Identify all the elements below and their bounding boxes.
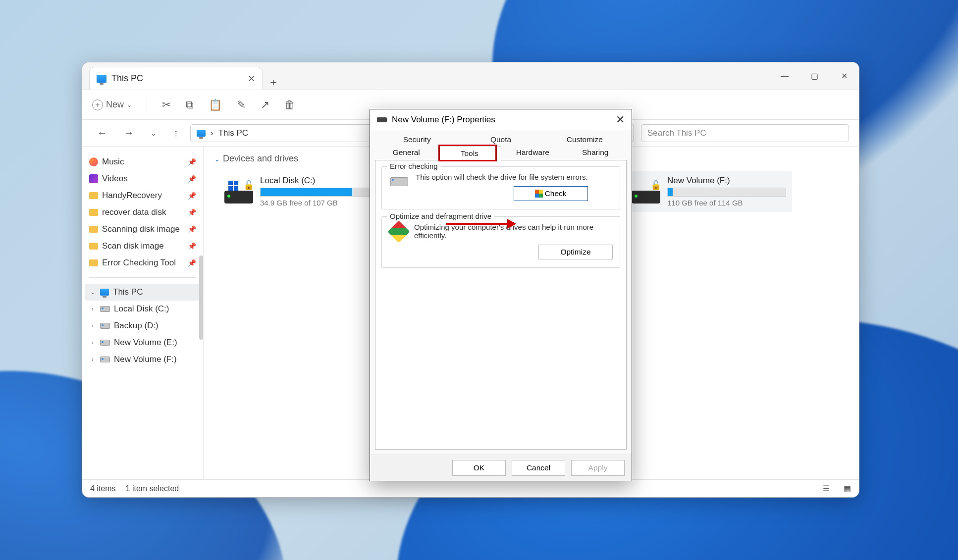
this-pc-icon bbox=[100, 289, 109, 296]
pin-icon[interactable]: 📌 bbox=[188, 158, 196, 166]
drive-card[interactable]: ✓🔓New Volume (F:)110 GB free of 114 GB bbox=[609, 171, 792, 212]
chevron-down-icon: ⌄ bbox=[127, 102, 132, 108]
drive-icon bbox=[100, 356, 110, 362]
forward-button[interactable]: → bbox=[119, 127, 139, 139]
drive-icon bbox=[100, 306, 110, 312]
defrag-icon bbox=[389, 223, 408, 241]
group-legend: Error checking bbox=[387, 162, 441, 170]
breadcrumb-sep: › bbox=[211, 128, 213, 138]
sidebar-item-this-pc[interactable]: This PC bbox=[85, 284, 200, 301]
sidebar-scrollbar[interactable] bbox=[199, 255, 203, 340]
folder-icon bbox=[89, 243, 98, 250]
sidebar-item-drive[interactable]: Backup (D:) bbox=[85, 317, 200, 334]
folder-icon bbox=[89, 192, 98, 199]
chevron-down-icon[interactable] bbox=[89, 289, 96, 296]
close-button[interactable]: ✕ bbox=[829, 62, 859, 90]
pin-icon[interactable]: 📌 bbox=[188, 242, 196, 250]
copy-icon[interactable]: ⧉ bbox=[186, 99, 194, 111]
sidebar-item-handyrecovery[interactable]: HandyRecovery📌 bbox=[85, 187, 200, 204]
sidebar-item-drive[interactable]: Local Disk (C:) bbox=[85, 301, 200, 317]
status-item-count: 4 items bbox=[90, 484, 116, 493]
chevron-down-icon bbox=[213, 156, 220, 163]
separator bbox=[89, 277, 196, 278]
tab-hardware[interactable]: Hardware bbox=[501, 146, 564, 160]
sidebar-item-videos[interactable]: Videos📌 bbox=[85, 170, 200, 187]
tabs-container: SecurityQuotaCustomize GeneralToolsHardw… bbox=[370, 130, 632, 160]
back-button[interactable]: ← bbox=[92, 127, 112, 139]
shield-icon bbox=[535, 190, 543, 198]
this-pc-icon bbox=[97, 75, 106, 83]
dialog-title: New Volume (F:) Properties bbox=[392, 115, 495, 125]
pin-icon[interactable]: 📌 bbox=[188, 225, 196, 233]
cut-icon[interactable]: ✂ bbox=[162, 99, 171, 111]
new-label: New bbox=[106, 100, 124, 110]
maximize-button[interactable]: ▢ bbox=[799, 62, 829, 90]
minimize-button[interactable]: — bbox=[770, 62, 799, 90]
tab-sharing[interactable]: Sharing bbox=[564, 146, 627, 160]
paste-icon[interactable]: 📋 bbox=[209, 99, 222, 111]
optimize-button[interactable]: Optimize bbox=[538, 245, 613, 259]
chevron-right-icon[interactable] bbox=[89, 305, 96, 312]
sidebar-item-scanning-disk-image[interactable]: Scanning disk image📌 bbox=[85, 221, 200, 238]
tab-quota[interactable]: Quota bbox=[459, 133, 542, 146]
recent-dropdown[interactable]: ⌄ bbox=[146, 129, 161, 137]
group-legend: Optimize and defragment drive bbox=[387, 212, 494, 220]
cancel-button[interactable]: Cancel bbox=[512, 460, 565, 476]
sidebar-item-recover-data-disk[interactable]: recover data disk📌 bbox=[85, 204, 200, 221]
search-input[interactable]: Search This PC bbox=[641, 124, 849, 142]
sidebar-item-label: New Volume (E:) bbox=[114, 338, 177, 348]
sidebar-item-scan-disk-image[interactable]: Scan disk image📌 bbox=[85, 238, 200, 255]
close-tab-icon[interactable]: ✕ bbox=[248, 73, 255, 84]
sidebar-item-label: Error Checking Tool bbox=[102, 258, 176, 268]
drive-usage-bar bbox=[667, 188, 786, 197]
delete-icon[interactable]: 🗑 bbox=[284, 99, 295, 111]
new-button[interactable]: + New ⌄ bbox=[92, 100, 132, 110]
pin-icon[interactable]: 📌 bbox=[188, 208, 196, 216]
rename-icon[interactable]: ✎ bbox=[237, 99, 246, 111]
drive-icon bbox=[389, 173, 410, 191]
breadcrumb-this-pc[interactable]: This PC bbox=[218, 128, 248, 138]
drive-icon bbox=[377, 117, 387, 122]
status-selected: 1 item selected bbox=[126, 484, 179, 493]
apply-button[interactable]: Apply bbox=[571, 460, 625, 476]
folder-icon bbox=[89, 226, 98, 233]
check-label: Check bbox=[545, 189, 567, 198]
section-label: Devices and drives bbox=[223, 153, 298, 163]
folder-icon bbox=[89, 259, 98, 266]
properties-dialog: New Volume (F:) Properties ✕ SecurityQuo… bbox=[370, 109, 632, 481]
pin-icon[interactable]: 📌 bbox=[188, 259, 196, 267]
chevron-right-icon[interactable] bbox=[89, 322, 96, 329]
details-view-button[interactable]: ☰ bbox=[823, 484, 830, 493]
tab-general[interactable]: General bbox=[375, 146, 438, 160]
new-tab-button[interactable]: ＋ bbox=[263, 75, 284, 90]
drive-label: New Volume (F:) bbox=[667, 176, 786, 186]
sidebar-item-drive[interactable]: New Volume (E:) bbox=[85, 334, 200, 351]
check-button[interactable]: Check bbox=[514, 186, 588, 201]
optimize-desc: Optimizing your computer's drives can he… bbox=[414, 223, 613, 240]
share-icon[interactable]: ↗ bbox=[261, 99, 269, 111]
this-pc-icon bbox=[197, 130, 206, 137]
sidebar-item-drive[interactable]: New Volume (F:) bbox=[85, 351, 200, 368]
tab-security[interactable]: Security bbox=[375, 133, 459, 146]
ok-button[interactable]: OK bbox=[452, 460, 506, 476]
search-placeholder: Search This PC bbox=[647, 128, 706, 138]
tab-label: This PC bbox=[111, 73, 143, 84]
pin-icon[interactable]: 📌 bbox=[188, 175, 196, 183]
chevron-right-icon[interactable] bbox=[89, 339, 96, 346]
status-bar: 4 items 1 item selected ☰ ▦ bbox=[82, 479, 859, 497]
large-icons-view-button[interactable]: ▦ bbox=[844, 484, 851, 493]
folder-icon bbox=[89, 209, 98, 216]
sidebar-item-error-checking-tool[interactable]: Error Checking Tool📌 bbox=[85, 255, 200, 271]
sidebar-item-music[interactable]: Music📌 bbox=[85, 153, 200, 170]
close-icon[interactable]: ✕ bbox=[616, 113, 625, 126]
music-icon bbox=[89, 157, 98, 166]
window-tab-this-pc[interactable]: This PC ✕ bbox=[89, 67, 263, 90]
tab-tools[interactable]: Tools bbox=[438, 147, 502, 160]
up-button[interactable]: ↑ bbox=[168, 127, 183, 139]
chevron-right-icon[interactable] bbox=[89, 356, 96, 363]
drive-icon bbox=[100, 340, 110, 346]
tab-customize[interactable]: Customize bbox=[543, 133, 627, 146]
optimize-group: Optimize and defragment drive Optimizing… bbox=[381, 216, 620, 268]
pin-icon[interactable]: 📌 bbox=[188, 192, 196, 200]
drive-icon: 🔓 bbox=[224, 180, 254, 204]
